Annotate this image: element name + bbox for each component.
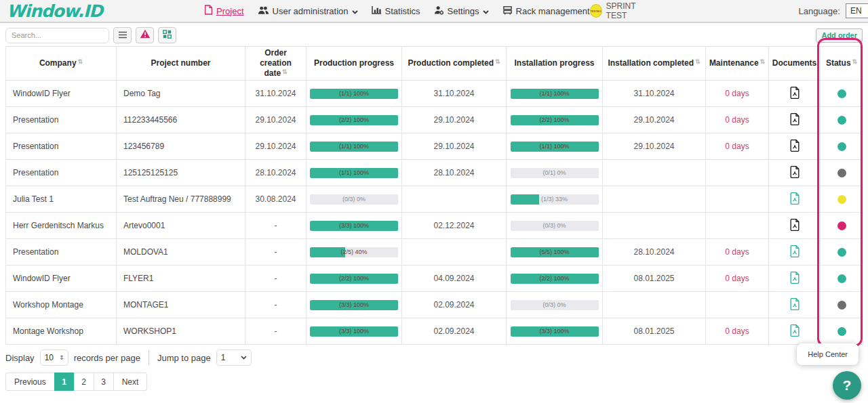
previous-page-button[interactable]: Previous: [5, 373, 55, 391]
company-cell: WindowID Flyer: [6, 266, 117, 292]
add-order-button[interactable]: Add order: [816, 28, 863, 43]
nav-item-user-administration[interactable]: User administration: [258, 5, 358, 17]
status-cell: [821, 107, 863, 133]
installation-progress-cell: (1/3) 33%: [507, 186, 603, 213]
pdf-document-icon[interactable]: [788, 217, 802, 232]
users-icon: [258, 5, 269, 17]
pdf-document-icon[interactable]: [788, 85, 802, 100]
progress-bar: (1/1) 100%: [310, 89, 398, 99]
production-completed-cell: 28.10.2024: [402, 160, 507, 186]
pdf-document-icon[interactable]: [788, 270, 802, 285]
status-cell: [821, 133, 863, 160]
column-header-status[interactable]: Status⇅: [821, 47, 863, 81]
alerts-button[interactable]: [136, 27, 154, 43]
table-row: Presentation12345678929.10.2024(1/1) 100…: [6, 133, 863, 160]
nav-item-rack-management[interactable]: Rack management: [502, 5, 590, 17]
progress-bar: (3/3) 100%: [511, 326, 599, 337]
pdf-document-icon[interactable]: [788, 244, 802, 259]
pdf-document-icon[interactable]: [788, 191, 802, 206]
progress-label: (3/3) 100%: [310, 300, 398, 310]
nav-item-settings[interactable]: Settings: [434, 5, 489, 17]
installation-progress-cell: (1/1) 100%: [507, 133, 603, 160]
page-button-3[interactable]: 3: [94, 373, 114, 391]
table-row: Presentation12512512512528.10.2024(1/1) …: [6, 160, 863, 186]
order-creation-date-cell: -: [245, 318, 307, 345]
company-cell: Presentation: [6, 160, 117, 186]
documents-cell: [769, 239, 821, 266]
search-input[interactable]: [5, 28, 109, 43]
sort-icon[interactable]: ⇅: [852, 58, 858, 65]
chart-icon: [372, 5, 382, 16]
main-menu: Project User administration Statistics S…: [204, 5, 590, 17]
progress-label: (2/2) 100%: [310, 115, 398, 125]
language-select[interactable]: EN: [846, 3, 868, 18]
production-progress-cell: (3/3) 100%: [307, 318, 402, 345]
language-value: EN: [850, 6, 862, 16]
table-row: WindowID FlyerDemo Tag31.10.2024(1/1) 10…: [6, 81, 863, 107]
pdf-document-icon[interactable]: [788, 138, 802, 153]
company-cell: Herr Gerdenitsch Markus: [6, 213, 117, 239]
column-header-maintenance[interactable]: Maintenance⇅: [706, 47, 769, 81]
status-cell: [821, 81, 863, 107]
order-creation-date-cell: -: [245, 292, 307, 318]
status-cell: [821, 213, 863, 239]
pdf-document-icon[interactable]: [788, 297, 802, 312]
production-completed-cell: 29.10.2024: [402, 133, 507, 160]
maintenance-cell: 0 days: [706, 239, 769, 266]
project-number-cell: 123456789: [117, 133, 245, 160]
nav-item-project[interactable]: Project: [204, 5, 243, 17]
column-header-documents[interactable]: Documents: [769, 47, 821, 81]
list-view-button[interactable]: [113, 27, 132, 43]
next-page-button[interactable]: Next: [113, 373, 148, 391]
column-header-order-creation-date[interactable]: Order creation date⇅: [245, 47, 307, 81]
project-number-cell: Demo Tag: [117, 81, 245, 107]
table-row: Presentation11223344556629.10.2024(2/2) …: [6, 107, 863, 133]
installation-completed-cell: 29.10.2024: [603, 133, 706, 160]
sort-icon[interactable]: ⇅: [760, 58, 766, 65]
page-button-1[interactable]: 1: [54, 373, 75, 391]
help-button[interactable]: ?: [833, 371, 861, 400]
column-header-installation-completed[interactable]: Installation completed⇅: [603, 47, 706, 81]
pdf-document-icon[interactable]: [788, 112, 802, 127]
order-creation-date-cell: 31.10.2024: [245, 81, 307, 107]
production-progress-cell: (2/2) 100%: [307, 107, 402, 133]
column-header-project-number[interactable]: Project number: [117, 47, 245, 81]
sort-icon[interactable]: ⇅: [78, 58, 83, 65]
installation-completed-cell: [603, 292, 706, 318]
page-button-2[interactable]: 2: [74, 373, 94, 391]
chevron-down-icon: [352, 6, 358, 16]
grid-view-button[interactable]: [158, 27, 176, 43]
documents-cell: [769, 107, 821, 133]
column-header-production-completed[interactable]: Production completed⇅: [402, 47, 507, 81]
project-number-cell: MOLDOVA1: [117, 239, 245, 266]
nav-item-statistics[interactable]: Statistics: [372, 5, 420, 16]
sort-icon[interactable]: ⇅: [695, 58, 701, 65]
company-cell: WindowID Flyer: [6, 81, 117, 107]
column-header-installation-progress[interactable]: Installation progress: [507, 47, 603, 81]
progress-bar: (0/3) 0%: [511, 221, 599, 231]
progress-bar: (1/1) 100%: [310, 168, 398, 178]
jump-to-page-select[interactable]: 1: [216, 349, 252, 366]
order-creation-date-cell: 30.08.2024: [245, 186, 307, 213]
table-body: WindowID FlyerDemo Tag31.10.2024(1/1) 10…: [6, 81, 863, 345]
progress-label: (2/2) 100%: [511, 115, 599, 125]
pdf-document-icon[interactable]: [788, 165, 802, 179]
column-header-company[interactable]: Company⇅: [6, 47, 117, 81]
sort-icon[interactable]: ⇅: [495, 58, 500, 65]
maintenance-cell: [706, 292, 769, 318]
pdf-document-icon[interactable]: [788, 323, 802, 338]
status-dot: [837, 89, 846, 98]
installation-progress-cell: (3/3) 100%: [507, 318, 603, 345]
account-name: SPRINT TEST: [606, 1, 637, 20]
status-cell: [821, 266, 863, 292]
navbar-right: TESTAG SPRINT TEST Language: EN: [590, 1, 868, 20]
installation-completed-cell: 08.01.2025: [603, 318, 706, 345]
app-logo[interactable]: Window.ID: [7, 3, 102, 20]
records-per-page-select[interactable]: 10 ⇕: [40, 349, 68, 366]
column-header-production-progress[interactable]: Production progress: [307, 47, 402, 81]
status-dot: [837, 221, 846, 230]
toolbar: Add order: [0, 23, 868, 46]
progress-label: (1/1) 100%: [310, 168, 398, 178]
sort-icon[interactable]: ⇅: [282, 68, 288, 75]
production-progress-cell: (2/5) 40%: [307, 239, 402, 266]
